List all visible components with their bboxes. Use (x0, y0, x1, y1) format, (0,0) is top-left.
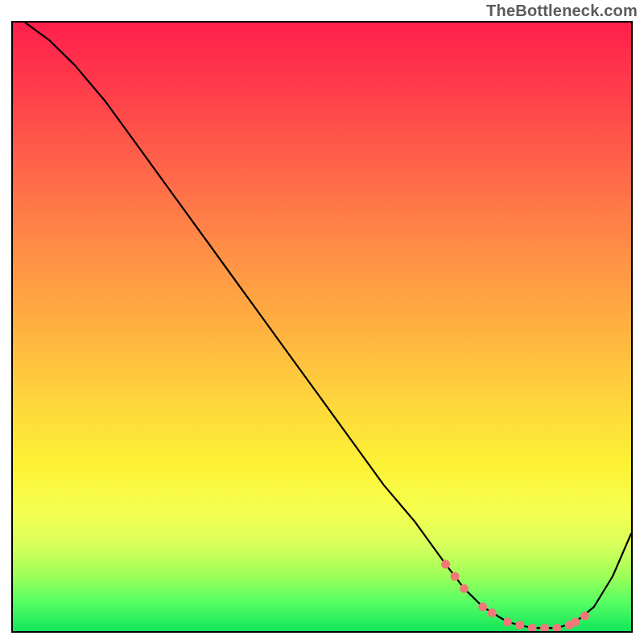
highlight-dot (552, 624, 561, 631)
highlight-dot (515, 621, 524, 630)
highlight-dot (540, 624, 549, 631)
highlight-dot (580, 612, 589, 621)
highlight-dot (488, 609, 497, 617)
watermark-text: TheBottleneck.com (486, 2, 638, 20)
bottleneck-curve (25, 23, 631, 628)
plot-area (11, 21, 633, 633)
highlight-dot (460, 584, 469, 593)
highlight-dot (528, 624, 537, 631)
highlight-dot (571, 617, 580, 626)
highlight-dots (441, 559, 589, 631)
curve-layer (13, 23, 631, 631)
highlight-dot (478, 602, 487, 611)
highlight-dot (441, 559, 450, 568)
highlight-dot (451, 572, 460, 581)
chart-frame: TheBottleneck.com (0, 0, 644, 644)
highlight-dot (503, 617, 512, 626)
